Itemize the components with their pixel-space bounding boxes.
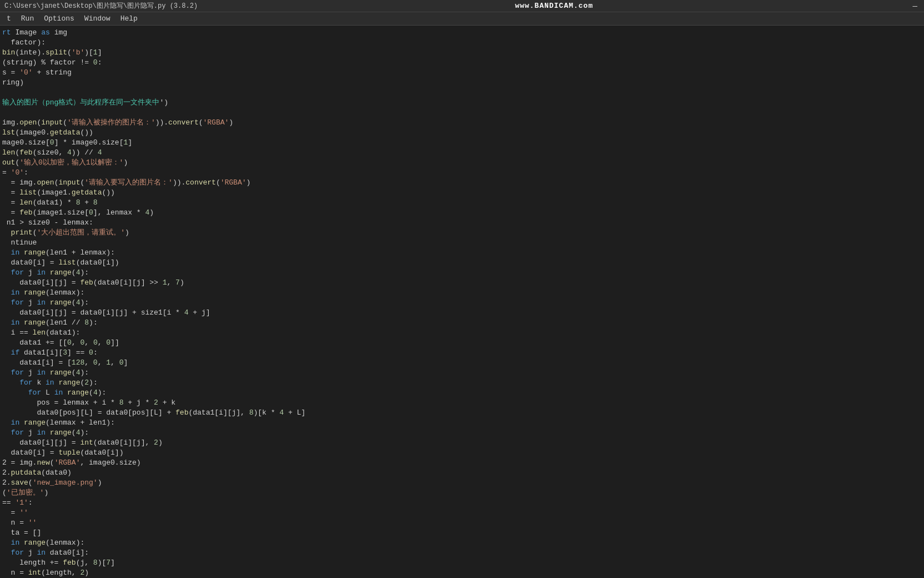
code-line: 2 = img.new('RGBA', image0.size) [0,458,924,468]
code-line: 2.save('new_image.png') [0,478,924,488]
code-line: data0[i][j] = int(data0[i][j], 2) [0,438,924,448]
code-line: data0[i][j] = data0[i][j] + size1[i * 4 … [0,308,924,318]
code-line: == '1': [0,498,924,508]
code-line: bin(inte).split('b')[1] [0,48,924,58]
code-line: n = int(length, 2) [0,568,924,578]
code-line: = len(data1) * 8 + 8 [0,198,924,208]
code-line: i == len(data1): [0,328,924,338]
code-line: 输入的图片（png格式）与此程序在同一文件夹中') [0,98,924,108]
code-line [0,108,924,118]
code-line: (string) % factor != 0: [0,58,924,68]
code-line: rt Image as img [0,28,924,38]
title-bar-text: C:\Users\janet\Desktop\图片隐写\图片隐写.py (3.8… [4,1,198,11]
code-line: if data1[i][3] == 0: [0,348,924,358]
code-line: len(feb(size0, 4)) // 4 [0,148,924,158]
menu-item-t[interactable]: t [2,13,16,24]
code-line: = list(image1.getdata()) [0,188,924,198]
code-line: = '0': [0,168,924,178]
code-line: mage0.size[0] * image0.size[1] [0,138,924,148]
minimize-button[interactable]: — [911,2,920,11]
title-bar-controls[interactable]: — [911,2,920,11]
code-line: data0[pos][L] = data0[pos][L] + feb(data… [0,408,924,418]
code-line: for j in range(4): [0,368,924,378]
code-line: pos = lenmax + i * 8 + j * 2 + k [0,398,924,408]
code-area: rt Image as img factor): bin(inte).split… [0,26,924,578]
code-line: factor): [0,38,924,48]
code-line: for j in range(4): [0,268,924,278]
code-line: ('已加密。') [0,488,924,498]
code-line: 2.putdata(data0) [0,468,924,478]
code-line: = '' [0,508,924,518]
code-line: print('大小超出范围，请重试。') [0,228,924,238]
code-line: data0[i][j] = feb(data0[i][j] >> 1, 7) [0,278,924,288]
code-line: data1 += [[0, 0, 0, 0]] [0,338,924,348]
code-line: data1[i] = [128, 0, 1, 0] [0,358,924,368]
code-line: img.open(input('请输入被操作的图片名：')).convert('… [0,118,924,128]
code-line [0,88,924,98]
code-line: in range(lenmax): [0,288,924,298]
code-line: = feb(image1.size[0], lenmax * 4) [0,208,924,218]
title-bar: C:\Users\janet\Desktop\图片隐写\图片隐写.py (3.8… [0,0,924,12]
code-line: for k in range(2): [0,378,924,388]
code-line: ring) [0,78,924,88]
code-line: for j in range(4): [0,298,924,308]
code-line: in range(len1 + lenmax): [0,248,924,258]
code-line: ntinue [0,238,924,248]
menu-item-options[interactable]: Options [39,13,79,24]
code-line: data0[i] = tuple(data0[i]) [0,448,924,458]
code-line: = img.open(input('请输入要写入的图片名：')).convert… [0,178,924,188]
code-line: in range(len1 // 8): [0,318,924,328]
code-line: ta = [] [0,528,924,538]
menu-item-window[interactable]: Window [80,13,115,24]
code-line: in range(lenmax + len1): [0,418,924,428]
code-line: for j in range(4): [0,428,924,438]
code-line: in range(lenmax): [0,538,924,548]
code-line: for j in data0[i]: [0,548,924,558]
menu-bar: t Run Options Window Help [0,12,924,26]
code-line: length += feb(j, 8)[7] [0,558,924,568]
menu-item-help[interactable]: Help [116,13,142,24]
menu-item-run[interactable]: Run [17,13,38,24]
code-line: n1 > size0 - lenmax: [0,218,924,228]
code-line: data0[i] = list(data0[i]) [0,258,924,268]
code-line: s = '0' + string [0,68,924,78]
bandicam-logo: www.BANDICAM.com [515,2,593,10]
code-line: n = '' [0,518,924,528]
code-line: for L in range(4): [0,388,924,398]
code-line: out('输入0以加密，输入1以解密：') [0,158,924,168]
code-line: lst(image0.getdata()) [0,128,924,138]
